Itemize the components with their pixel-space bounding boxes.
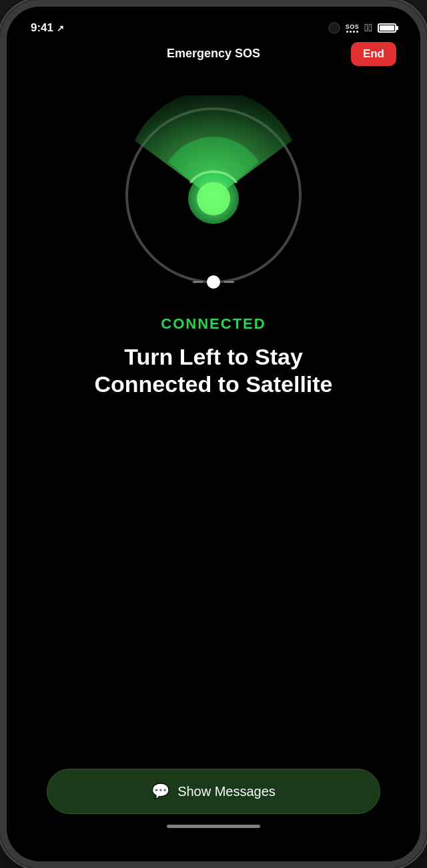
bottom-area: 💬 Show Messages	[7, 769, 420, 861]
instruction-line1: Turn Left to Stay	[124, 344, 303, 369]
time-display: 9:41	[31, 21, 53, 35]
show-messages-label: Show Messages	[177, 784, 276, 799]
show-messages-button[interactable]: 💬 Show Messages	[47, 769, 380, 814]
instruction-text: Turn Left to Stay Connected to Satellite	[67, 343, 359, 398]
sos-dot-1	[346, 31, 348, 33]
sos-dot-3	[353, 31, 355, 33]
svg-point-2	[197, 182, 230, 215]
nav-bar: Emergency SOS End	[7, 44, 420, 69]
phone-frame: 9:41 ↗ SOS 🎤⃠	[0, 0, 427, 868]
message-bubble-icon: 💬	[151, 783, 169, 800]
status-bar: 9:41 ↗ SOS 🎤⃠	[7, 7, 420, 44]
status-right-group: SOS 🎤⃠	[328, 22, 396, 34]
svg-point-3	[207, 275, 220, 289]
sos-label: SOS	[346, 23, 360, 30]
sos-dot-4	[356, 31, 358, 33]
home-indicator	[167, 825, 260, 828]
location-arrow-icon: ↗	[57, 23, 64, 33]
connected-status: CONNECTED	[161, 315, 266, 333]
sos-indicator: SOS	[346, 23, 360, 33]
sos-dots	[346, 31, 358, 33]
page-title: Emergency SOS	[167, 47, 260, 61]
sos-dot-2	[350, 31, 352, 33]
satellite-compass	[113, 95, 314, 295]
end-button[interactable]: End	[351, 42, 396, 66]
battery-fill	[380, 25, 394, 31]
microphone-off-icon: 🎤⃠	[364, 22, 372, 34]
status-time-group: 9:41 ↗	[31, 21, 64, 35]
screen: 9:41 ↗ SOS 🎤⃠	[7, 7, 420, 861]
front-camera-indicator	[328, 22, 340, 34]
battery-icon	[378, 23, 396, 33]
instruction-line2: Connected to Satellite	[94, 371, 332, 397]
compass-svg	[113, 95, 314, 295]
main-content: CONNECTED Turn Left to Stay Connected to…	[7, 69, 420, 861]
